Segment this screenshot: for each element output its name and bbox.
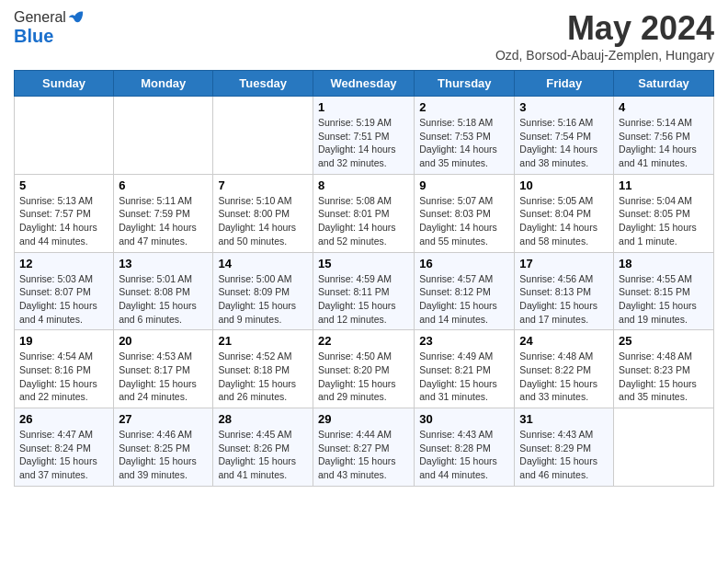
calendar-cell: 19Sunrise: 4:54 AMSunset: 8:16 PMDayligh…	[15, 330, 114, 408]
day-info: Sunrise: 4:52 AMSunset: 8:18 PMDaylight:…	[218, 350, 308, 404]
calendar-cell: 20Sunrise: 4:53 AMSunset: 8:17 PMDayligh…	[114, 330, 213, 408]
day-info: Sunrise: 5:07 AMSunset: 8:03 PMDaylight:…	[419, 194, 509, 248]
header-row: SundayMondayTuesdayWednesdayThursdayFrid…	[15, 71, 714, 97]
day-info: Sunrise: 4:48 AMSunset: 8:22 PMDaylight:…	[519, 350, 609, 404]
calendar-cell: 26Sunrise: 4:47 AMSunset: 8:24 PMDayligh…	[15, 408, 114, 487]
calendar-cell: 16Sunrise: 4:57 AMSunset: 8:12 PMDayligh…	[415, 252, 515, 330]
day-number: 20	[119, 334, 208, 348]
calendar-cell: 11Sunrise: 5:04 AMSunset: 8:05 PMDayligh…	[614, 174, 714, 252]
calendar-cell: 23Sunrise: 4:49 AMSunset: 8:21 PMDayligh…	[415, 330, 515, 408]
day-number: 5	[19, 178, 108, 192]
calendar-cell	[114, 97, 213, 175]
day-number: 1	[318, 100, 409, 114]
calendar-cell: 31Sunrise: 4:43 AMSunset: 8:29 PMDayligh…	[515, 408, 614, 487]
calendar-cell	[614, 408, 714, 487]
day-number: 3	[519, 100, 609, 114]
day-info: Sunrise: 5:11 AMSunset: 7:59 PMDaylight:…	[119, 194, 208, 248]
calendar-cell: 10Sunrise: 5:05 AMSunset: 8:04 PMDayligh…	[515, 174, 614, 252]
page-header: General Blue May 2024 Ozd, Borsod-Abauj-…	[14, 9, 714, 63]
header-day-saturday: Saturday	[614, 71, 714, 97]
week-row-4: 19Sunrise: 4:54 AMSunset: 8:16 PMDayligh…	[15, 330, 714, 408]
day-number: 10	[519, 178, 609, 192]
day-info: Sunrise: 4:47 AMSunset: 8:24 PMDaylight:…	[19, 428, 108, 482]
day-number: 28	[218, 412, 308, 426]
header-day-wednesday: Wednesday	[313, 71, 414, 97]
logo: General Blue	[14, 9, 85, 47]
calendar-table: SundayMondayTuesdayWednesdayThursdayFrid…	[14, 70, 714, 487]
day-number: 6	[119, 178, 208, 192]
calendar-cell: 28Sunrise: 4:45 AMSunset: 8:26 PMDayligh…	[213, 408, 313, 487]
day-number: 4	[619, 100, 709, 114]
calendar-cell: 9Sunrise: 5:07 AMSunset: 8:03 PMDaylight…	[415, 174, 515, 252]
day-info: Sunrise: 4:45 AMSunset: 8:26 PMDaylight:…	[218, 428, 308, 482]
day-number: 30	[419, 412, 509, 426]
calendar-cell	[213, 97, 313, 175]
calendar-cell: 29Sunrise: 4:44 AMSunset: 8:27 PMDayligh…	[313, 408, 414, 487]
day-number: 12	[19, 257, 108, 270]
day-number: 19	[19, 334, 108, 348]
day-number: 21	[218, 334, 308, 348]
day-number: 25	[619, 334, 709, 348]
calendar-cell: 24Sunrise: 4:48 AMSunset: 8:22 PMDayligh…	[515, 330, 614, 408]
day-info: Sunrise: 5:03 AMSunset: 8:07 PMDaylight:…	[19, 272, 108, 327]
calendar-cell: 6Sunrise: 5:11 AMSunset: 7:59 PMDaylight…	[114, 174, 213, 252]
day-info: Sunrise: 5:14 AMSunset: 7:56 PMDaylight:…	[619, 116, 709, 170]
day-info: Sunrise: 4:53 AMSunset: 8:17 PMDaylight:…	[119, 350, 208, 404]
calendar-cell: 13Sunrise: 5:01 AMSunset: 8:08 PMDayligh…	[114, 252, 213, 330]
calendar-cell: 7Sunrise: 5:10 AMSunset: 8:00 PMDaylight…	[213, 174, 313, 252]
day-info: Sunrise: 4:43 AMSunset: 8:29 PMDaylight:…	[519, 428, 609, 482]
day-number: 26	[19, 412, 108, 426]
day-number: 14	[218, 257, 308, 270]
day-number: 13	[119, 257, 208, 270]
day-info: Sunrise: 4:50 AMSunset: 8:20 PMDaylight:…	[318, 350, 409, 404]
logo-bird-icon	[68, 9, 85, 26]
day-info: Sunrise: 4:46 AMSunset: 8:25 PMDaylight:…	[119, 428, 208, 482]
logo-general-text: General	[14, 9, 66, 26]
calendar-cell: 3Sunrise: 5:16 AMSunset: 7:54 PMDaylight…	[515, 97, 614, 175]
day-info: Sunrise: 5:00 AMSunset: 8:09 PMDaylight:…	[218, 272, 308, 327]
calendar-cell: 15Sunrise: 4:59 AMSunset: 8:11 PMDayligh…	[313, 252, 414, 330]
location-subtitle: Ozd, Borsod-Abauj-Zemplen, Hungary	[495, 48, 714, 63]
day-info: Sunrise: 5:10 AMSunset: 8:00 PMDaylight:…	[218, 194, 308, 248]
calendar-cell: 17Sunrise: 4:56 AMSunset: 8:13 PMDayligh…	[515, 252, 614, 330]
day-info: Sunrise: 4:56 AMSunset: 8:13 PMDaylight:…	[519, 272, 609, 327]
day-info: Sunrise: 5:18 AMSunset: 7:53 PMDaylight:…	[419, 116, 509, 170]
day-info: Sunrise: 4:44 AMSunset: 8:27 PMDaylight:…	[318, 428, 409, 482]
header-day-sunday: Sunday	[15, 71, 114, 97]
day-number: 2	[419, 100, 509, 114]
calendar-cell: 25Sunrise: 4:48 AMSunset: 8:23 PMDayligh…	[614, 330, 714, 408]
day-number: 24	[519, 334, 609, 348]
day-number: 7	[218, 178, 308, 192]
week-row-5: 26Sunrise: 4:47 AMSunset: 8:24 PMDayligh…	[15, 408, 714, 487]
calendar-cell: 22Sunrise: 4:50 AMSunset: 8:20 PMDayligh…	[313, 330, 414, 408]
calendar-cell: 27Sunrise: 4:46 AMSunset: 8:25 PMDayligh…	[114, 408, 213, 487]
day-info: Sunrise: 4:57 AMSunset: 8:12 PMDaylight:…	[419, 272, 509, 327]
day-info: Sunrise: 4:43 AMSunset: 8:28 PMDaylight:…	[419, 428, 509, 482]
day-number: 23	[419, 334, 509, 348]
day-number: 18	[619, 257, 709, 270]
calendar-cell: 1Sunrise: 5:19 AMSunset: 7:51 PMDaylight…	[313, 97, 414, 175]
calendar-cell: 4Sunrise: 5:14 AMSunset: 7:56 PMDaylight…	[614, 97, 714, 175]
header-day-monday: Monday	[114, 71, 213, 97]
day-info: Sunrise: 4:55 AMSunset: 8:15 PMDaylight:…	[619, 272, 709, 327]
title-section: May 2024 Ozd, Borsod-Abauj-Zemplen, Hung…	[495, 9, 714, 63]
day-info: Sunrise: 5:19 AMSunset: 7:51 PMDaylight:…	[318, 116, 409, 170]
calendar-cell	[15, 97, 114, 175]
header-day-thursday: Thursday	[415, 71, 515, 97]
day-number: 31	[519, 412, 609, 426]
day-number: 27	[119, 412, 208, 426]
day-info: Sunrise: 4:59 AMSunset: 8:11 PMDaylight:…	[318, 272, 409, 327]
day-info: Sunrise: 5:01 AMSunset: 8:08 PMDaylight:…	[119, 272, 208, 327]
calendar-header: SundayMondayTuesdayWednesdayThursdayFrid…	[15, 71, 714, 97]
calendar-cell: 2Sunrise: 5:18 AMSunset: 7:53 PMDaylight…	[415, 97, 515, 175]
calendar-cell: 12Sunrise: 5:03 AMSunset: 8:07 PMDayligh…	[15, 252, 114, 330]
logo-blue-text: Blue	[14, 26, 53, 47]
calendar-cell: 14Sunrise: 5:00 AMSunset: 8:09 PMDayligh…	[213, 252, 313, 330]
calendar-cell: 21Sunrise: 4:52 AMSunset: 8:18 PMDayligh…	[213, 330, 313, 408]
day-number: 16	[419, 257, 509, 270]
day-info: Sunrise: 5:13 AMSunset: 7:57 PMDaylight:…	[19, 194, 108, 248]
day-info: Sunrise: 5:08 AMSunset: 8:01 PMDaylight:…	[318, 194, 409, 248]
calendar-cell: 18Sunrise: 4:55 AMSunset: 8:15 PMDayligh…	[614, 252, 714, 330]
day-info: Sunrise: 4:54 AMSunset: 8:16 PMDaylight:…	[19, 350, 108, 404]
day-info: Sunrise: 5:04 AMSunset: 8:05 PMDaylight:…	[619, 194, 709, 248]
